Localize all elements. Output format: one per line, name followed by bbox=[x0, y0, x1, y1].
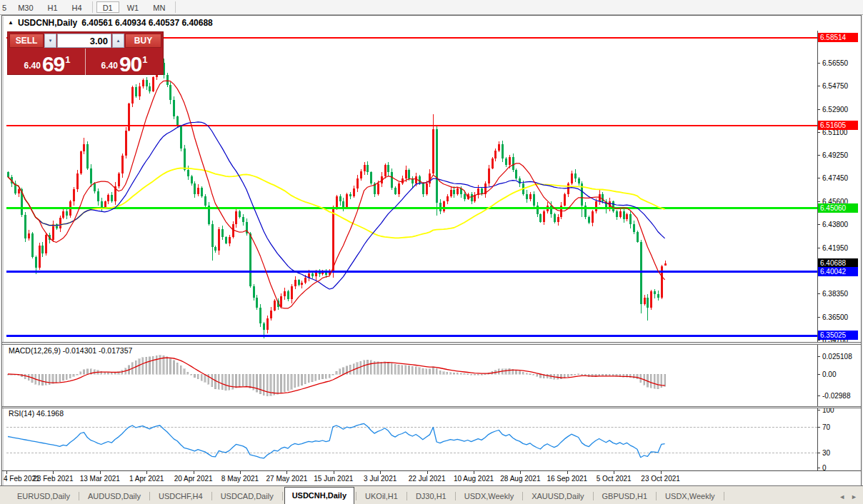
timeframe-button-w1[interactable]: W1 bbox=[121, 1, 146, 13]
sell-price-pipette: 1 bbox=[65, 54, 70, 65]
price-tick-label: 6.52900 bbox=[822, 106, 848, 114]
tab-item-eurusd-daily[interactable]: EURUSD,Daily bbox=[10, 490, 77, 503]
date-label: 15 Jun 2021 bbox=[314, 475, 353, 483]
pane-splitter[interactable] bbox=[2, 406, 861, 408]
date-label: 5 Oct 2021 bbox=[597, 475, 632, 483]
sell-price-pips: 69 bbox=[42, 55, 64, 74]
tab-separator bbox=[522, 492, 523, 500]
timeframe-button-d1[interactable]: D1 bbox=[96, 1, 119, 13]
date-label: 1 Apr 2021 bbox=[129, 475, 164, 483]
tab-item-gbpusd-h1[interactable]: GBPUSD,H1 bbox=[595, 490, 655, 503]
time-tick-mark bbox=[520, 471, 521, 474]
macd-histogram bbox=[7, 356, 666, 396]
tab-separator bbox=[149, 492, 150, 500]
tab-item-xauusd-daily[interactable]: XAUUSD,Daily bbox=[524, 490, 591, 503]
timeframe-button-h4[interactable]: H4 bbox=[66, 1, 89, 13]
price-divider bbox=[85, 49, 86, 75]
price-pane[interactable] bbox=[6, 31, 817, 342]
time-tick-mark bbox=[194, 471, 194, 474]
time-tick-mark bbox=[6, 471, 7, 474]
price-tick-label: 6.54750 bbox=[822, 82, 848, 90]
timeframe-toolbar: 5M30H1H4D1W1MN bbox=[0, 0, 863, 15]
sell-price-display[interactable]: 6.40 69 1 bbox=[9, 49, 84, 75]
axis-tick-mark bbox=[817, 132, 820, 133]
date-label: 28 Aug 2021 bbox=[500, 475, 540, 483]
tab-item-ukoil-h1[interactable]: UKOil,H1 bbox=[358, 490, 405, 503]
rsi-label: RSI(14) 46.1968 bbox=[9, 409, 64, 418]
volume-increase-button[interactable]: ▲ bbox=[112, 34, 124, 48]
tab-separator bbox=[724, 492, 724, 500]
time-tick-mark bbox=[146, 471, 147, 474]
time-tick-mark bbox=[427, 471, 428, 474]
price-tick-label: 6.49250 bbox=[822, 151, 848, 159]
tab-item-dj30-h1[interactable]: DJ30,H1 bbox=[409, 490, 454, 503]
volume-input[interactable] bbox=[58, 35, 111, 48]
axis-tick-mark bbox=[817, 248, 820, 248]
date-label: 3 Jul 2021 bbox=[364, 475, 396, 483]
timeframe-button-mn[interactable]: MN bbox=[146, 1, 171, 13]
volume-decrease-button[interactable]: ▼ bbox=[44, 34, 56, 48]
axis-tick-mark bbox=[817, 453, 820, 453]
price-tick-label: 6.56550 bbox=[822, 59, 848, 67]
tab-item-audusd-daily[interactable]: AUDUSD,Daily bbox=[81, 490, 148, 503]
rsi-chart bbox=[6, 408, 817, 470]
axis-tick-mark bbox=[817, 356, 820, 357]
price-tick-label: 0.00 bbox=[822, 371, 836, 378]
chart-title: ▲ USDCNH,Daily 6.40561 6.40934 6.40537 6… bbox=[8, 18, 213, 28]
buy-button[interactable]: BUY bbox=[125, 34, 161, 48]
axis-tick-mark bbox=[817, 86, 820, 86]
tab-item-usdx-weekly[interactable]: USDX,Weekly bbox=[457, 490, 521, 503]
tab-scroll-left-button[interactable]: ◄ bbox=[839, 493, 845, 500]
tab-item-usdcad-daily[interactable]: USDCAD,Daily bbox=[214, 490, 281, 503]
one-click-trade-panel: SELL ▼ ▲ BUY 6.40 69 1 bbox=[7, 31, 164, 75]
trade-prices-row: 6.40 69 1 6.40 90 1 bbox=[9, 49, 161, 75]
collapse-panel-icon[interactable]: ▲ bbox=[8, 19, 14, 26]
axis-tick-mark bbox=[817, 340, 820, 341]
rsi-pane[interactable]: RSI(14) 46.1968 bbox=[6, 408, 817, 470]
rsi-line bbox=[8, 423, 665, 458]
buy-price-pips: 90 bbox=[119, 55, 141, 74]
time-tick-mark bbox=[240, 471, 241, 474]
time-axis-line bbox=[2, 470, 861, 471]
chart-tabs: EURUSD,DailyAUDUSD,DailyUSDCHF,H4USDCAD,… bbox=[10, 487, 726, 504]
price-tick-label: 0.025108 bbox=[822, 353, 852, 361]
sell-price-base: 6.40 bbox=[24, 61, 41, 71]
axis-tick-mark bbox=[817, 201, 820, 202]
macd-label: MACD(12,26,9) -0.014301 -0.017357 bbox=[9, 346, 132, 355]
timeframe-button-h1[interactable]: H1 bbox=[41, 1, 64, 13]
time-tick-mark bbox=[474, 471, 474, 474]
chart-ohlc-quotes: 6.40561 6.40934 6.40537 6.40688 bbox=[81, 18, 213, 28]
candles-group bbox=[7, 57, 667, 338]
tab-separator bbox=[406, 492, 407, 500]
chart-tab-bar: EURUSD,DailyAUDUSD,DailyUSDCHF,H4USDCAD,… bbox=[0, 485, 863, 504]
timeframe-button-m30[interactable]: M30 bbox=[11, 1, 39, 13]
price-chart bbox=[6, 31, 817, 342]
price-tick-label: -0.02988 bbox=[822, 392, 850, 400]
tab-separator bbox=[282, 492, 283, 500]
price-tick-label: 6.38350 bbox=[822, 290, 848, 298]
ma-fast-line bbox=[8, 81, 665, 308]
macd-pane[interactable]: MACD(12,26,9) -0.014301 -0.017357 bbox=[6, 345, 817, 406]
timeframe-button-5[interactable]: 5 bbox=[1, 1, 10, 13]
tab-item-usdchf-h4[interactable]: USDCHF,H4 bbox=[151, 490, 210, 503]
date-label: 27 May 2021 bbox=[266, 475, 307, 483]
tab-item-usdcnh-daily[interactable]: USDCNH,Daily bbox=[284, 487, 354, 504]
date-label: 23 Feb 2021 bbox=[33, 475, 73, 483]
date-label: 13 Mar 2021 bbox=[80, 475, 120, 483]
tab-separator bbox=[356, 492, 356, 500]
buy-price-display[interactable]: 6.40 90 1 bbox=[86, 49, 161, 75]
pane-splitter[interactable] bbox=[2, 342, 861, 345]
tab-item-usdx-weekly[interactable]: USDX,Weekly bbox=[658, 490, 722, 503]
tab-scroll-right-button[interactable]: ► bbox=[851, 493, 857, 500]
axis-tick-mark bbox=[817, 395, 820, 396]
date-label: 23 Oct 2021 bbox=[641, 475, 679, 483]
tab-separator bbox=[211, 492, 212, 500]
axis-tick-mark bbox=[817, 410, 820, 410]
price-badge: 6.58514 bbox=[818, 33, 858, 42]
axis-tick-mark bbox=[817, 178, 820, 178]
arrow-up-icon: ▲ bbox=[116, 39, 121, 43]
time-tick-mark bbox=[614, 471, 614, 474]
sell-button[interactable]: SELL bbox=[9, 34, 44, 48]
price-badge: 6.45060 bbox=[818, 203, 858, 213]
tab-separator bbox=[593, 492, 594, 500]
